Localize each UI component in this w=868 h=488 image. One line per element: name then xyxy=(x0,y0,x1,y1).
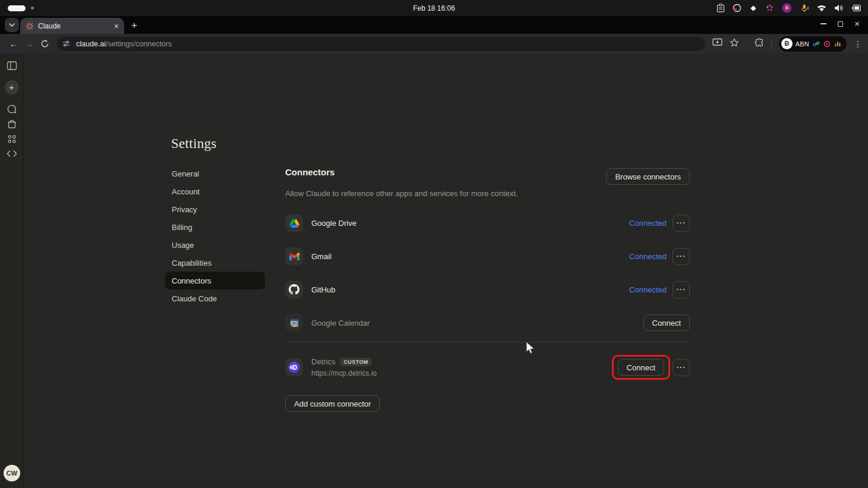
custom-badge: CUSTOM xyxy=(340,358,371,366)
github-icon xyxy=(285,281,303,298)
workspace-indicator[interactable] xyxy=(8,5,26,11)
connector-list: Google Drive Connected Gmail Connected xyxy=(285,206,690,339)
browser-menu-icon[interactable] xyxy=(854,39,862,49)
app-orb-icon[interactable] xyxy=(782,3,792,13)
status-connected: Connected xyxy=(629,219,667,228)
claude-favicon xyxy=(26,22,34,30)
add-custom-connector-button[interactable]: Add custom connector xyxy=(285,395,380,412)
connector-row-google-calendar: 31 Google Calendar Connect xyxy=(285,306,690,339)
detrics-icon: D xyxy=(285,358,303,376)
connector-name: Detrics xyxy=(311,357,335,366)
profile-chip[interactable]: Ð ABN xyxy=(779,36,847,52)
svg-text:D: D xyxy=(293,364,298,371)
gmail-icon xyxy=(285,247,303,265)
more-menu-button[interactable] xyxy=(673,359,690,376)
system-bar: Feb 18 16:06 xyxy=(0,0,868,16)
url-domain: claude.ai xyxy=(76,40,106,48)
browser-toolbar: claude.ai/settings/connectors Ð ABN xyxy=(0,34,868,53)
screenshot-flower-icon[interactable] xyxy=(765,4,774,12)
nav-item-billing[interactable]: Billing xyxy=(165,218,265,236)
forward-icon[interactable] xyxy=(21,36,37,52)
more-menu-button[interactable] xyxy=(673,215,690,232)
tab-claude[interactable]: Claude xyxy=(20,18,124,34)
status-connected: Connected xyxy=(629,285,667,294)
connect-button-detrics[interactable]: Connect xyxy=(618,359,664,376)
connect-button-google-calendar[interactable]: Connect xyxy=(643,314,690,331)
workspace-dot[interactable] xyxy=(31,7,34,10)
settings-nav: General Account Privacy Billing Usage Ca… xyxy=(165,165,265,307)
screen-recorder-icon[interactable] xyxy=(733,4,741,12)
svg-text:31: 31 xyxy=(292,322,296,325)
toolbar-separator xyxy=(771,39,772,49)
profile-name: ABN xyxy=(796,40,809,48)
extension-chart-icon[interactable] xyxy=(834,40,841,48)
section-divider xyxy=(285,342,690,342)
bookmark-star-icon[interactable] xyxy=(730,38,739,50)
section-heading: Connectors xyxy=(285,166,334,177)
nav-item-claude-code[interactable]: Claude Code xyxy=(165,289,265,307)
new-tab-button[interactable] xyxy=(131,20,137,31)
install-page-icon[interactable] xyxy=(712,38,722,49)
back-icon[interactable] xyxy=(6,36,21,52)
toolbar-right: Ð ABN xyxy=(712,36,862,52)
address-bar[interactable]: claude.ai/settings/connectors xyxy=(57,37,705,51)
clipboard-icon[interactable] xyxy=(717,4,725,12)
nav-item-general[interactable]: General xyxy=(165,165,265,182)
site-settings-icon[interactable] xyxy=(61,39,71,49)
chats-icon[interactable] xyxy=(7,105,17,117)
diamond-icon[interactable] xyxy=(749,4,757,12)
connector-name: GitHub xyxy=(311,285,335,294)
tab-search-button[interactable] xyxy=(5,18,19,32)
microphone-icon[interactable] xyxy=(800,4,809,13)
section-description: Allow Claude to reference other apps and… xyxy=(285,189,690,198)
connector-url: https://mcp.detrics.io xyxy=(311,369,377,377)
nav-item-capabilities[interactable]: Capabilities xyxy=(165,254,265,272)
chevron-down-icon xyxy=(9,23,15,27)
page-title: Settings xyxy=(171,136,217,152)
status-connected: Connected xyxy=(629,252,667,261)
nav-item-account[interactable]: Account xyxy=(165,182,265,200)
extensions-puzzle-icon[interactable] xyxy=(755,38,764,50)
artifacts-icon[interactable] xyxy=(7,134,17,146)
connector-row-detrics: D Detrics CUSTOM https://mcp.detrics.io … xyxy=(285,351,690,384)
nav-item-connectors[interactable]: Connectors xyxy=(165,272,265,289)
tab-close-icon[interactable] xyxy=(114,21,119,32)
more-menu-button[interactable] xyxy=(673,248,690,265)
battery-icon[interactable] xyxy=(851,4,862,12)
browser-tab-strip: Claude xyxy=(0,16,868,34)
new-chat-icon[interactable] xyxy=(5,80,19,95)
sidebar-toggle-icon[interactable] xyxy=(7,61,17,73)
connector-row-github: GitHub Connected xyxy=(285,273,690,306)
url-text: claude.ai/settings/connectors xyxy=(76,40,172,48)
extension-link-icon[interactable] xyxy=(812,40,820,48)
more-menu-button[interactable] xyxy=(673,281,690,298)
google-calendar-icon: 31 xyxy=(285,314,303,332)
browse-connectors-button[interactable]: Browse connectors xyxy=(606,168,690,185)
profile-logo-icon: Ð xyxy=(781,38,793,49)
window-controls xyxy=(820,18,860,29)
app-sidebar: CW xyxy=(0,53,24,488)
close-icon[interactable] xyxy=(854,18,860,29)
url-path: /settings/connectors xyxy=(106,40,172,48)
annotation-highlight-box: Connect xyxy=(612,355,670,380)
extension-target-icon[interactable] xyxy=(823,40,831,48)
claude-app: CW Settings General Account Privacy Bill… xyxy=(0,53,868,488)
connector-row-gmail: Gmail Connected xyxy=(285,240,690,273)
connector-name: Gmail xyxy=(311,252,332,261)
system-clock[interactable]: Feb 18 16:06 xyxy=(413,4,455,12)
nav-item-privacy[interactable]: Privacy xyxy=(165,200,265,218)
tab-title: Claude xyxy=(38,22,110,30)
connector-name: Google Calendar xyxy=(311,319,370,328)
reload-icon[interactable] xyxy=(37,36,52,52)
google-drive-icon xyxy=(285,214,303,232)
restore-icon[interactable] xyxy=(838,21,843,27)
user-avatar[interactable]: CW xyxy=(4,465,20,481)
connector-name: Google Drive xyxy=(311,219,356,228)
projects-icon[interactable] xyxy=(7,119,17,131)
volume-icon[interactable] xyxy=(834,4,843,12)
system-tray xyxy=(717,3,862,13)
minimize-icon[interactable] xyxy=(820,23,826,24)
nav-item-usage[interactable]: Usage xyxy=(165,236,265,254)
code-icon[interactable] xyxy=(7,149,17,160)
wifi-icon[interactable] xyxy=(817,4,826,12)
